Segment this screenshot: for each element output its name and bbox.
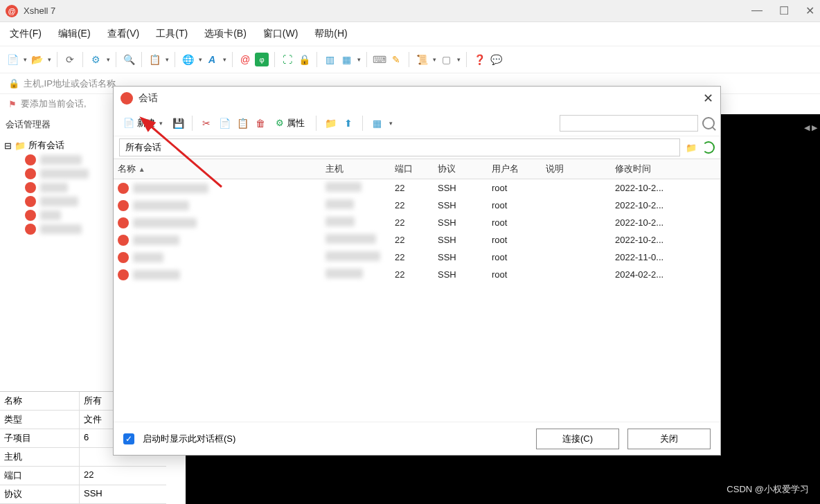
close-button[interactable]: 关闭 <box>627 429 711 449</box>
session-row[interactable]: 22 SSH root 2022-10-2... <box>114 231 720 249</box>
app-logo-icon: @ <box>6 5 18 17</box>
watermark: CSDN @小权爱学习 <box>727 483 809 496</box>
maximize-button[interactable]: ☐ <box>779 4 789 17</box>
fullscreen-icon[interactable]: ⛶ <box>280 53 294 66</box>
font-icon[interactable]: A <box>205 53 219 66</box>
tree-item[interactable] <box>4 167 108 181</box>
minimize-button[interactable]: — <box>751 4 763 17</box>
dialog-logo-icon <box>121 92 133 105</box>
prop-label: 端口 <box>0 467 80 485</box>
menu-help[interactable]: 帮助(H) <box>310 25 351 43</box>
script-icon[interactable]: 📜 <box>415 53 429 66</box>
properties-icon[interactable]: ⚙ <box>89 53 102 66</box>
window-icon[interactable]: ▢ <box>439 53 453 66</box>
session-row[interactable]: 22 SSH root 2022-10-2... <box>114 179 720 197</box>
properties-button[interactable]: ⚙ 属性 <box>271 115 309 132</box>
folder-icon[interactable]: 📁 <box>323 116 337 130</box>
prop-label: 类型 <box>0 411 80 429</box>
help-icon[interactable]: ❓ <box>472 53 486 66</box>
tree-item[interactable] <box>4 222 108 236</box>
session-row[interactable]: 22 SSH root 2022-10-2... <box>114 214 720 231</box>
show-on-start-label: 启动时显示此对话框(S) <box>143 433 235 445</box>
tree-item[interactable] <box>4 153 108 167</box>
chat-icon[interactable]: 💬 <box>489 53 503 66</box>
session-list-body: 22 SSH root 2022-10-2... 22 SSH root 202… <box>114 179 720 422</box>
collapse-icon[interactable]: ⊟ <box>4 141 12 151</box>
dialog-title: 会话 <box>139 92 158 105</box>
tree-root-label: 所有会话 <box>28 139 64 152</box>
menu-file[interactable]: 文件(F) <box>6 25 46 43</box>
copy-icon[interactable]: 📋 <box>148 53 161 66</box>
lock-icon[interactable]: 🔒 <box>297 53 311 66</box>
session-row[interactable]: 22 SSH root 2022-10-2... <box>114 197 720 214</box>
dialog-close-button[interactable]: ✕ <box>703 91 713 106</box>
gear-icon: ⚙ <box>276 118 284 128</box>
search-icon[interactable]: 🔍 <box>122 53 136 66</box>
new-button[interactable]: 📄 新建 ▾ <box>119 115 167 132</box>
save-icon[interactable]: 💾 <box>171 116 185 130</box>
view-icon[interactable]: ▦ <box>370 116 384 130</box>
layout2-icon[interactable]: ▦ <box>339 53 353 66</box>
menu-view[interactable]: 查看(V) <box>103 25 144 43</box>
app-title: Xshell 7 <box>24 6 55 16</box>
show-on-start-checkbox[interactable]: ✓ <box>123 433 134 444</box>
globe-icon[interactable]: 🌐 <box>181 53 195 66</box>
up-icon[interactable]: ⬆ <box>341 116 355 130</box>
col-port[interactable]: 端口 <box>391 160 434 178</box>
col-desc[interactable]: 说明 <box>542 160 611 178</box>
col-time[interactable]: 修改时间 <box>611 160 720 178</box>
session-label <box>40 210 61 220</box>
col-user[interactable]: 用户名 <box>488 160 542 178</box>
tree-item[interactable] <box>4 181 108 195</box>
copy2-icon[interactable]: 📄 <box>217 116 231 130</box>
delete-icon[interactable]: 🗑 <box>253 116 267 130</box>
paste-icon[interactable]: 📋 <box>235 116 249 130</box>
xshell-icon[interactable]: @ <box>238 53 252 66</box>
magnify-icon[interactable] <box>702 117 715 129</box>
menu-window[interactable]: 窗口(W) <box>259 25 303 43</box>
dialog-toolbar: 📄 新建 ▾ 💾 ✂ 📄 📋 🗑 ⚙ 属性 📁 ⬆ ▦▾ <box>114 110 720 136</box>
session-row[interactable]: 22 SSH root 2022-11-0... <box>114 249 720 266</box>
tree-root[interactable]: ⊟ 📁 所有会话 <box>4 138 108 153</box>
host-placeholder[interactable]: 主机,IP地址或会话名称 <box>24 78 116 90</box>
session-icon <box>25 168 36 179</box>
session-icon <box>118 235 129 246</box>
connect-button[interactable]: 连接(C) <box>536 429 619 449</box>
reconnect-icon[interactable]: ⟳ <box>63 53 77 66</box>
tree-item[interactable] <box>4 208 108 222</box>
tree-item[interactable] <box>4 195 108 208</box>
keyboard-icon[interactable]: ⌨ <box>373 53 386 66</box>
session-label <box>40 224 82 234</box>
tab-scroll-arrows[interactable]: ◀ ▶ <box>804 123 817 132</box>
col-host[interactable]: 主机 <box>321 160 391 178</box>
new-session-icon[interactable]: 📄 <box>6 53 19 66</box>
session-label <box>40 183 68 192</box>
close-window-button[interactable]: ✕ <box>805 4 814 17</box>
session-icon <box>25 224 36 235</box>
menu-tools[interactable]: 工具(T) <box>152 25 192 43</box>
lock-small-icon: 🔒 <box>8 78 19 89</box>
session-label <box>40 155 82 165</box>
highlight-icon[interactable]: ✎ <box>389 53 403 66</box>
menu-edit[interactable]: 编辑(E) <box>54 25 95 43</box>
prop-row: 协议SSH <box>0 485 166 504</box>
session-icon <box>25 210 36 221</box>
folder2-icon[interactable]: 📁 <box>686 143 697 153</box>
session-row[interactable]: 22 SSH root 2024-02-2... <box>114 266 720 283</box>
menu-tabs[interactable]: 选项卡(B) <box>200 25 251 43</box>
cut-icon[interactable]: ✂ <box>199 116 213 130</box>
xftp-icon[interactable]: φ <box>255 53 269 66</box>
path-input[interactable] <box>119 138 680 156</box>
layout1-icon[interactable]: ▥ <box>323 53 337 66</box>
session-label <box>40 169 89 179</box>
col-proto[interactable]: 协议 <box>434 160 488 178</box>
open-folder-icon[interactable]: 📂 <box>30 53 44 66</box>
prop-row: 端口22 <box>0 467 166 485</box>
dialog-search-input[interactable] <box>560 115 698 132</box>
refresh-icon[interactable] <box>702 141 715 154</box>
col-name[interactable]: 名称 ▲ <box>114 160 321 178</box>
prop-label: 主机 <box>0 448 80 466</box>
prop-label: 子项目 <box>0 429 80 447</box>
chevron-down-icon: ▾ <box>159 120 163 127</box>
session-list-header: 名称 ▲ 主机 端口 协议 用户名 说明 修改时间 <box>114 159 720 179</box>
